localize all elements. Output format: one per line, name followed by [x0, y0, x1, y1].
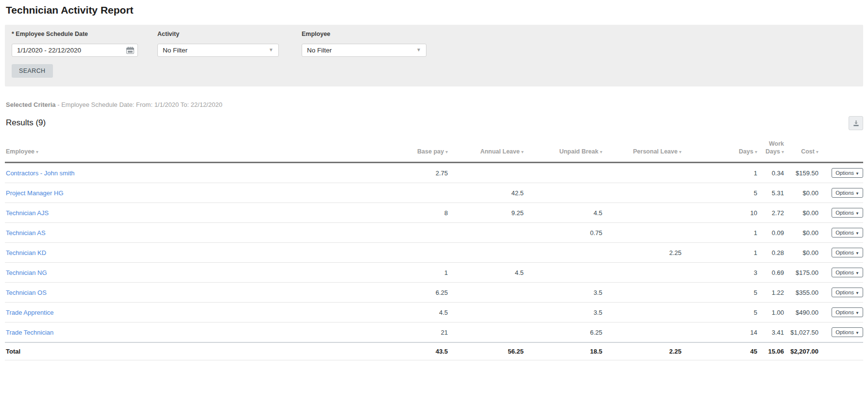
employee-link[interactable]: Technician AJS — [6, 209, 49, 217]
employee-link[interactable]: Technician KD — [6, 249, 46, 256]
work-days-cell: 1.00 — [757, 303, 784, 322]
base-pay-cell — [348, 223, 448, 243]
chevron-down-icon: ▼ — [855, 171, 859, 176]
options-cell: Options▼ — [818, 322, 863, 343]
chevron-down-icon: ▼ — [416, 48, 421, 52]
personal-leave-cell — [602, 223, 681, 243]
filter-group-activity: Activity No Filter ▼ — [157, 31, 279, 57]
options-cell: Options▼ — [818, 303, 863, 322]
personal-leave-cell — [602, 283, 681, 303]
base-pay-cell — [348, 183, 448, 203]
employee-link[interactable]: Technician AS — [6, 229, 46, 237]
employee-cell: Technician KD — [5, 243, 348, 263]
chevron-down-icon: ▼ — [855, 271, 859, 275]
base-pay-cell — [348, 243, 448, 263]
column-header-annual-leave[interactable]: Annual Leave — [448, 137, 524, 163]
column-header-personal-leave[interactable]: Personal Leave — [602, 137, 681, 163]
days-cell: 1 — [681, 223, 757, 243]
employee-cell: Trade Apprentice — [5, 303, 348, 322]
days-cell: 14 — [681, 322, 757, 343]
page: Technician Activity Report * Employee Sc… — [0, 0, 868, 360]
total-cost: $2,207.00 — [784, 342, 818, 360]
options-button[interactable]: Options▼ — [832, 327, 863, 337]
cost-cell: $0.00 — [784, 223, 818, 243]
options-cell: Options▼ — [818, 163, 863, 183]
work-days-cell: 0.34 — [757, 163, 784, 183]
search-button[interactable]: SEARCH — [12, 64, 53, 78]
unpaid-break-cell — [524, 183, 602, 203]
work-days-cell: 0.69 — [757, 263, 784, 283]
unpaid-break-cell — [524, 163, 602, 183]
total-personal-leave: 2.25 — [602, 342, 681, 360]
column-header-work-days[interactable]: Work Days — [757, 137, 784, 163]
options-button[interactable]: Options▼ — [832, 248, 863, 257]
annual-leave-cell — [448, 283, 524, 303]
column-header-cost[interactable]: Cost — [784, 137, 818, 163]
chevron-down-icon: ▼ — [855, 311, 859, 315]
column-header-employee[interactable]: Employee — [5, 137, 348, 163]
options-button[interactable]: Options▼ — [832, 208, 863, 218]
options-button[interactable]: Options▼ — [832, 168, 863, 178]
chevron-down-icon: ▼ — [855, 331, 859, 335]
employee-link[interactable]: Technician NG — [6, 269, 47, 276]
total-row: Total 43.5 56.25 18.5 2.25 45 15.06 $2,2… — [5, 342, 863, 360]
employee-link[interactable]: Trade Technician — [6, 329, 53, 336]
base-pay-cell: 21 — [348, 322, 448, 343]
options-button[interactable]: Options▼ — [832, 188, 863, 198]
personal-leave-cell — [602, 263, 681, 283]
column-header-base-pay[interactable]: Base pay — [348, 137, 448, 163]
employee-select[interactable]: No Filter ▼ — [302, 44, 426, 57]
sort-icon — [780, 148, 784, 155]
options-cell: Options▼ — [818, 263, 863, 283]
annual-leave-cell — [448, 322, 524, 343]
employee-link[interactable]: Trade Apprentice — [6, 309, 54, 316]
employee-link[interactable]: Project Manager HG — [6, 189, 64, 197]
selected-criteria: Selected Criteria - Employee Schedule Da… — [5, 101, 863, 108]
cost-cell: $0.00 — [784, 203, 818, 223]
schedule-date-input[interactable] — [12, 44, 138, 57]
employee-cell: Technician AS — [5, 223, 348, 243]
table-row: Technician AS 0.75 1 0.09 $0.00 Options▼ — [5, 223, 863, 243]
options-button[interactable]: Options▼ — [832, 307, 863, 317]
personal-leave-cell — [602, 163, 681, 183]
download-button[interactable] — [849, 116, 863, 130]
download-icon — [852, 119, 860, 127]
annual-leave-cell: 9.25 — [448, 203, 524, 223]
chevron-down-icon: ▼ — [855, 231, 859, 236]
employee-link[interactable]: Technician OS — [6, 289, 47, 296]
employee-cell: Project Manager HG — [5, 183, 348, 203]
days-cell: 10 — [681, 203, 757, 223]
days-cell: 5 — [681, 283, 757, 303]
options-button[interactable]: Options▼ — [832, 288, 863, 297]
options-button[interactable]: Options▼ — [832, 228, 863, 237]
annual-leave-cell: 42.5 — [448, 183, 524, 203]
work-days-cell: 3.41 — [757, 322, 784, 343]
options-button[interactable]: Options▼ — [832, 268, 863, 277]
employee-link[interactable]: Contractors - John smith — [6, 170, 75, 177]
days-cell: 5 — [681, 183, 757, 203]
chevron-down-icon: ▼ — [855, 211, 859, 216]
activity-select[interactable]: No Filter ▼ — [157, 44, 279, 57]
base-pay-cell: 8 — [348, 203, 448, 223]
work-days-cell: 0.09 — [757, 223, 784, 243]
annual-leave-cell — [448, 243, 524, 263]
work-days-cell: 1.22 — [757, 283, 784, 303]
cost-cell: $355.00 — [784, 283, 818, 303]
total-annual-leave: 56.25 — [448, 342, 524, 360]
table-row: Contractors - John smith 2.75 1 0.34 $15… — [5, 163, 863, 183]
activity-label: Activity — [157, 31, 279, 37]
column-header-days[interactable]: Days — [681, 137, 757, 163]
chevron-down-icon: ▼ — [855, 191, 859, 196]
cost-cell: $490.00 — [784, 303, 818, 322]
calendar-icon[interactable] — [126, 47, 134, 54]
personal-leave-cell — [602, 203, 681, 223]
work-days-cell: 5.31 — [757, 183, 784, 203]
work-days-cell: 2.72 — [757, 203, 784, 223]
base-pay-cell: 6.25 — [348, 283, 448, 303]
cost-cell: $0.00 — [784, 243, 818, 263]
base-pay-cell: 4.5 — [348, 303, 448, 322]
column-header-unpaid-break[interactable]: Unpaid Break — [524, 137, 602, 163]
cost-cell: $175.00 — [784, 263, 818, 283]
table-header-row: Employee Base pay Annual Leave Unpaid Br… — [5, 137, 863, 163]
sort-icon — [520, 148, 524, 155]
